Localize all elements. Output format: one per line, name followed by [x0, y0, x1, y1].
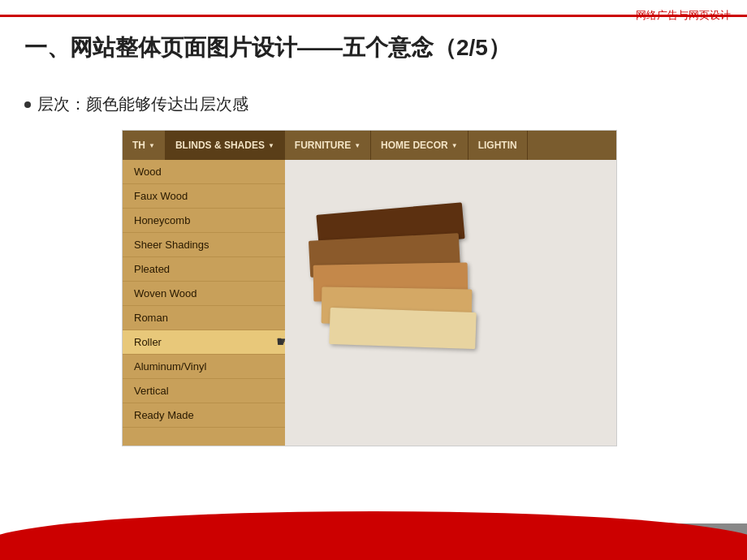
wave-red	[0, 511, 747, 560]
top-decorative-line	[0, 15, 747, 17]
menu-item-aluminum[interactable]: Aluminum/Vinyl	[123, 355, 285, 379]
menu-item-vertical[interactable]: Vertical	[123, 379, 285, 403]
nav-bar: TH ▼ BLINDS & SHADES ▼ FURNITURE ▼ HOME …	[123, 131, 616, 160]
bottom-wave	[0, 495, 747, 560]
nav-label-lighting: LIGHTIN	[478, 140, 517, 151]
bullet-dot	[24, 101, 31, 108]
menu-item-woven-wood[interactable]: Woven Wood	[123, 282, 285, 306]
swatches-container	[309, 192, 488, 330]
menu-item-ready-made[interactable]: Ready Made	[123, 403, 285, 428]
menu-item-sheer-shadings[interactable]: Sheer Shadings	[123, 233, 285, 257]
swatch-4	[329, 308, 476, 349]
nav-item-th[interactable]: TH ▼	[123, 131, 166, 160]
nav-item-furniture[interactable]: FURNITURE ▼	[285, 131, 371, 160]
nav-item-blinds[interactable]: BLINDS & SHADES ▼	[166, 131, 285, 160]
nav-arrow-furniture: ▼	[354, 142, 361, 149]
nav-label-furniture: FURNITURE	[295, 140, 351, 151]
nav-item-homedecor[interactable]: HOME DECOR ▼	[371, 131, 468, 160]
screenshot-container: TH ▼ BLINDS & SHADES ▼ FURNITURE ▼ HOME …	[122, 130, 617, 446]
right-panel	[285, 160, 616, 446]
roller-label: Roller	[134, 336, 162, 348]
menu-item-roman[interactable]: Roman	[123, 306, 285, 330]
menu-item-pleated[interactable]: Pleated	[123, 257, 285, 282]
menu-item-roller[interactable]: Roller ☛	[123, 330, 285, 355]
menu-item-honeycomb[interactable]: Honeycomb	[123, 209, 285, 233]
nav-label-homedecor: HOME DECOR	[381, 140, 448, 151]
nav-arrow-homedecor: ▼	[451, 142, 458, 149]
nav-label-th: TH	[132, 140, 145, 151]
main-title: 一、网站整体页面图片设计——五个意念（2/5）	[24, 32, 511, 63]
bullet-section: 层次：颜色能够传达出层次感	[24, 93, 248, 115]
brand-label: 网络广告与网页设计	[636, 8, 731, 23]
menu-item-faux-wood[interactable]: Faux Wood	[123, 184, 285, 209]
nav-label-blinds: BLINDS & SHADES	[175, 140, 265, 151]
dropdown-menu: Wood Faux Wood Honeycomb Sheer Shadings …	[123, 160, 285, 446]
content-area: Wood Faux Wood Honeycomb Sheer Shadings …	[123, 160, 616, 446]
nav-item-lighting[interactable]: LIGHTIN	[468, 131, 528, 160]
nav-arrow-blinds: ▼	[268, 142, 274, 149]
bullet-text: 层次：颜色能够传达出层次感	[37, 93, 248, 115]
menu-item-wood[interactable]: Wood	[123, 160, 285, 184]
nav-arrow-th: ▼	[149, 142, 155, 149]
